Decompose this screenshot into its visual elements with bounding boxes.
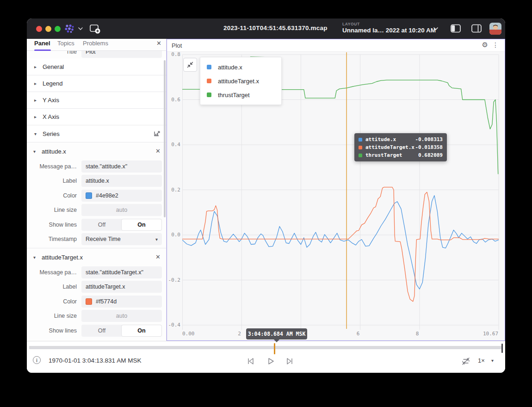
add-panel-icon[interactable]: [89, 23, 101, 34]
plot-legend: attitude.x attitudeTarget.x thrustTarget: [200, 57, 282, 105]
legend-item[interactable]: attitudeTarget.x: [200, 74, 281, 88]
label-label: Label: [27, 178, 81, 184]
legend-item[interactable]: thrustTarget: [200, 88, 281, 102]
line-size-field[interactable]: auto: [81, 204, 162, 216]
section-series[interactable]: ▾ Series: [27, 125, 166, 142]
message-path-label: Message pa…: [27, 269, 81, 276]
show-lines-on-button[interactable]: On: [122, 219, 161, 230]
layout-chevron-icon[interactable]: [433, 27, 439, 31]
select-caret-icon: ▾: [155, 237, 158, 242]
show-lines-label: Show lines: [27, 327, 81, 334]
play-button[interactable]: [266, 356, 276, 366]
panel-settings-gear-icon[interactable]: ⚙: [482, 41, 488, 49]
section-general[interactable]: ▸ General: [27, 59, 166, 75]
playback-bar: i 1970-01-01 3:04:13.831 AM MSK 1× ▾: [27, 341, 505, 373]
plot-panel: Plot ⚙ ⋮ 0.80.60.40.20.0-0.2-0.4 0.00246…: [167, 39, 505, 341]
panel-menu-kebab-icon[interactable]: ⋮: [492, 41, 499, 49]
scrubber-time-bubble: 3:04:08.684 AM MSK: [246, 328, 307, 339]
current-timestamp: 1970-01-01 3:04:13.831 AM MSK: [49, 357, 141, 364]
sidebar-scrollbar[interactable]: [164, 60, 166, 217]
toggle-right-sidebar-icon[interactable]: [471, 24, 482, 33]
plot-panel-title: Plot: [172, 42, 182, 49]
show-lines-on-button[interactable]: On: [122, 325, 161, 336]
title-field-label: Title: [27, 51, 81, 55]
layout-label: LAYOUT: [342, 22, 360, 26]
window-title: 2023-11-10T04:51:45.631370.mcap: [223, 25, 328, 31]
sidebar-tab-bar: Panel Topics Problems ✕: [27, 39, 166, 51]
message-path-field[interactable]: state."attitudeTarget.x": [81, 266, 162, 278]
foxglove-logo-icon[interactable]: [64, 24, 76, 33]
section-legend[interactable]: ▸ Legend: [27, 75, 166, 92]
seek-forward-button[interactable]: [285, 356, 295, 366]
title-field[interactable]: Plot: [81, 51, 162, 58]
series-header[interactable]: ▾ attitude.x ✕: [27, 143, 166, 159]
plot-panel-header[interactable]: Plot ⚙ ⋮: [167, 39, 505, 52]
line-size-label: Line size: [27, 313, 81, 319]
expanded-caret-icon: ▾: [34, 131, 39, 136]
delete-series-icon[interactable]: ✕: [155, 253, 161, 260]
info-icon[interactable]: i: [33, 356, 41, 364]
tab-panel[interactable]: Panel: [34, 40, 50, 47]
app-window: 2023-11-10T04:51:45.631370.mcap LAYOUT U…: [27, 18, 505, 373]
seek-backward-button[interactable]: [245, 356, 255, 366]
color-swatch[interactable]: [86, 298, 92, 305]
tooltip-row: thrustTarget 0.682089: [359, 151, 443, 159]
message-path-field[interactable]: state."attitude.x": [81, 160, 162, 173]
line-size-label: Line size: [27, 207, 81, 213]
label-field[interactable]: attitudeTarget.x: [81, 281, 162, 293]
color-label: Color: [27, 298, 81, 305]
section-x-axis[interactable]: ▸ X Axis: [27, 109, 166, 125]
scrubber-end-marker: [501, 344, 503, 353]
maximize-window-button[interactable]: [55, 26, 61, 32]
chart-area[interactable]: 0.80.60.40.20.0-0.2-0.4 0.00246810.67 at…: [167, 52, 505, 340]
playback-scrubber[interactable]: [29, 346, 502, 349]
tooltip-row: attitude.x -0.008313: [359, 136, 443, 143]
show-lines-off-button[interactable]: Off: [82, 325, 122, 336]
legend-collapse-button[interactable]: [183, 58, 197, 72]
legend-item[interactable]: attitude.x: [200, 60, 281, 74]
title-bar: 2023-11-10T04:51:45.631370.mcap LAYOUT U…: [27, 18, 505, 39]
collapsed-caret-icon: ▸: [34, 64, 39, 69]
add-series-icon[interactable]: [153, 130, 161, 137]
show-lines-toggle: Off On: [81, 219, 162, 231]
collapse-arrows-icon: [186, 61, 194, 68]
color-swatch[interactable]: [86, 192, 92, 199]
color-field[interactable]: #4e98e2: [81, 190, 162, 202]
tab-problems[interactable]: Problems: [83, 40, 108, 47]
color-label: Color: [27, 192, 81, 199]
clipped-title-row: Title Plot: [27, 51, 166, 59]
series-color-swatch: [359, 138, 362, 142]
close-window-button[interactable]: [36, 26, 42, 32]
layout-selector[interactable]: Unnamed la… 2022 at 10:20 AM: [342, 27, 436, 34]
panel-settings-sidebar: Panel Topics Problems ✕ Title Plot ▸ Gen…: [27, 39, 167, 341]
delete-series-icon[interactable]: ✕: [155, 148, 161, 154]
series-color-swatch: [359, 154, 362, 157]
line-size-field[interactable]: auto: [81, 310, 162, 322]
show-lines-toggle: Off On: [81, 325, 162, 337]
app-menu-chevron-icon[interactable]: [78, 27, 83, 31]
collapsed-caret-icon: ▸: [34, 98, 39, 103]
series-color-swatch: [207, 65, 211, 69]
series-color-swatch: [207, 92, 211, 97]
series-header[interactable]: ▾ attitudeTarget.x ✕: [27, 249, 166, 265]
sidebar-close-icon[interactable]: ✕: [156, 40, 161, 47]
minimize-window-button[interactable]: [45, 26, 51, 32]
collapsed-caret-icon: ▸: [34, 114, 39, 119]
section-y-axis[interactable]: ▸ Y Axis: [27, 92, 166, 109]
show-lines-off-button[interactable]: Off: [82, 219, 122, 230]
timestamp-label: Timestamp: [27, 236, 81, 242]
color-field[interactable]: #f5774d: [81, 296, 162, 308]
playback-speed[interactable]: 1×: [478, 357, 485, 364]
speed-caret-icon[interactable]: ▾: [491, 358, 494, 363]
main-content: Panel Topics Problems ✕ Title Plot ▸ Gen…: [27, 39, 505, 341]
expanded-caret-icon: ▾: [33, 149, 38, 154]
expanded-caret-icon: ▾: [33, 255, 38, 260]
toggle-left-sidebar-icon[interactable]: [450, 24, 461, 33]
label-field[interactable]: attitude.x: [81, 175, 162, 187]
user-avatar[interactable]: [489, 23, 501, 35]
tab-topics[interactable]: Topics: [57, 40, 74, 47]
timestamp-select[interactable]: Receive Time ▾: [81, 233, 162, 245]
show-lines-label: Show lines: [27, 222, 81, 228]
series-color-swatch: [207, 79, 211, 83]
loop-off-icon[interactable]: [461, 357, 471, 366]
